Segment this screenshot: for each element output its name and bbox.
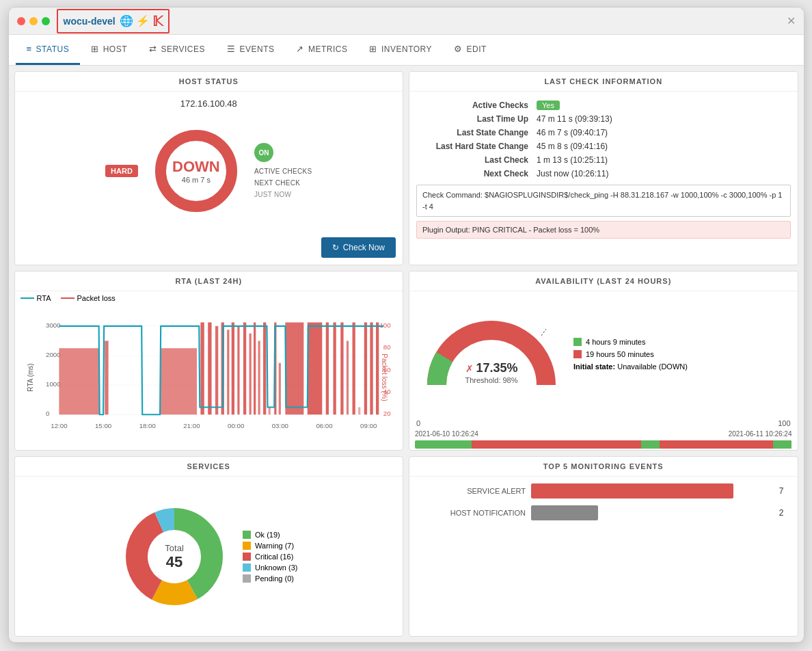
down-duration-text: 46 m 7 s bbox=[172, 176, 220, 184]
svg-text:0: 0 bbox=[46, 410, 50, 417]
main-content: HOST STATUS 172.16.100.48 HARD DOWN 46 m… bbox=[9, 66, 804, 642]
svg-rect-32 bbox=[263, 322, 266, 414]
nav-events[interactable]: ☰ EVENTS bbox=[216, 35, 286, 65]
last-check-row-value: 45 m 8 s (09:41:16) bbox=[532, 140, 791, 153]
svg-rect-26 bbox=[231, 322, 234, 414]
last-check-row-label: Last Time Up bbox=[416, 112, 532, 126]
app-title: wocu-devel bbox=[64, 16, 116, 27]
donut-container: DOWN 46 m 7 s bbox=[152, 127, 241, 215]
svg-rect-41 bbox=[346, 341, 348, 414]
active-checks-label: ACTIVE CHECKS bbox=[254, 168, 312, 175]
next-check-value: Just now bbox=[254, 191, 312, 198]
host-status-body: 172.16.100.48 HARD DOWN 46 m 7 s bbox=[15, 92, 403, 265]
rta-legend: RTA Packet loss bbox=[15, 291, 403, 305]
yes-badge: Yes bbox=[537, 101, 560, 110]
red-square-icon bbox=[573, 350, 582, 358]
on-toggle[interactable]: ON bbox=[254, 143, 273, 162]
minimize-button[interactable] bbox=[29, 17, 38, 25]
timeline-red-1 bbox=[472, 440, 641, 449]
availability-pct: ✗ 17.35% Threshold: 98% bbox=[465, 361, 517, 385]
svg-rect-16 bbox=[59, 348, 99, 414]
svg-text:1000: 1000 bbox=[46, 380, 61, 388]
legend-packet-item: Packet loss bbox=[61, 294, 116, 302]
availability-info: 4 hours 9 minutes 19 hours 50 minutes In… bbox=[573, 338, 688, 371]
events-nav-icon: ☰ bbox=[227, 44, 236, 54]
window-close-button[interactable]: ✕ bbox=[787, 14, 796, 27]
host-status-panel: HOST STATUS 172.16.100.48 HARD DOWN 46 m… bbox=[14, 71, 404, 265]
timeline-red-2 bbox=[660, 440, 772, 449]
svg-rect-31 bbox=[258, 341, 260, 414]
host-status-title: HOST STATUS bbox=[15, 72, 403, 92]
nav-metrics[interactable]: ↗ METRICS bbox=[285, 35, 358, 65]
check-now-button[interactable]: ↻ Check Now bbox=[321, 237, 396, 258]
availability-percentage: 17.35% bbox=[476, 361, 517, 375]
svg-text:18:00: 18:00 bbox=[139, 421, 156, 429]
navbar: ≡ STATUS ⊞ HOST ⇄ SERVICES ☰ EVENTS ↗ ME… bbox=[9, 35, 804, 66]
svg-rect-44 bbox=[364, 322, 366, 414]
nav-services[interactable]: ⇄ SERVICES bbox=[138, 35, 216, 65]
last-check-row-label: Next Check bbox=[416, 167, 532, 181]
last-check-row-label: Last State Change bbox=[416, 126, 532, 140]
grid-icon: ⚡ bbox=[136, 14, 150, 27]
services-legend-item: Critical (16) bbox=[243, 553, 297, 561]
last-check-row-value: Yes bbox=[532, 98, 791, 112]
availability-timeline bbox=[415, 440, 792, 449]
availability-gauge: ✗ 17.35% Threshold: 98% bbox=[423, 317, 560, 392]
availability-legend: 4 hours 9 minutes 19 hours 50 minutes In… bbox=[573, 338, 688, 371]
svg-text:2000: 2000 bbox=[46, 351, 61, 358]
availability-dates: 2021-06-10 10:26:24 2021-06-11 10:26:24 bbox=[409, 429, 798, 439]
legend-red-item: 19 hours 50 minutes bbox=[573, 350, 688, 358]
svg-rect-17 bbox=[105, 341, 108, 414]
status-nav-icon: ≡ bbox=[27, 44, 32, 54]
nav-status[interactable]: ≡ STATUS bbox=[16, 35, 81, 65]
maximize-button[interactable] bbox=[42, 17, 50, 25]
svg-line-55 bbox=[541, 329, 546, 336]
last-check-row-value: 1 m 13 s (10:25:11) bbox=[532, 153, 791, 167]
event-count: 2 bbox=[779, 508, 784, 518]
svg-rect-39 bbox=[333, 322, 336, 414]
svg-rect-22 bbox=[208, 322, 211, 414]
services-legend: Ok (19)Warning (7)Critical (16)Unknown (… bbox=[243, 531, 297, 583]
services-body: Total 45 Ok (19)Warning (7)Critical (16)… bbox=[15, 477, 403, 636]
svg-rect-27 bbox=[237, 326, 239, 414]
nav-edit[interactable]: ⚙ EDIT bbox=[443, 35, 498, 65]
rta-svg: 3000 2000 1000 0 100 80 60 40 20 bbox=[46, 308, 400, 447]
services-total-label: Total 45 bbox=[165, 542, 183, 570]
availability-body: ✗ 17.35% Threshold: 98% 4 hours 9 minute… bbox=[409, 291, 798, 418]
services-legend-color bbox=[243, 563, 251, 572]
availability-panel: AVAILABILITY (LAST 24 HOURS) bbox=[409, 271, 798, 451]
event-bar bbox=[531, 483, 733, 499]
services-legend-item: Unknown (3) bbox=[243, 563, 297, 572]
hard-badge: HARD bbox=[105, 165, 138, 177]
last-check-row-value: 47 m 11 s (09:39:13) bbox=[532, 112, 791, 126]
legend-rta-item: RTA bbox=[21, 294, 51, 302]
services-donut: Total 45 bbox=[120, 502, 229, 611]
svg-text:80: 80 bbox=[383, 343, 390, 351]
availability-scale: 0 100 bbox=[409, 418, 798, 429]
svg-text:03:00: 03:00 bbox=[271, 421, 288, 429]
metrics-nav-icon: ↗ bbox=[296, 44, 304, 54]
svg-rect-21 bbox=[200, 322, 204, 414]
services-nav-icon: ⇄ bbox=[149, 44, 157, 54]
titlebar: wocu-devel 🌐 ⚡ 𝕂 ✕ bbox=[9, 8, 804, 35]
services-legend-color bbox=[243, 553, 251, 561]
availability-title: AVAILABILITY (LAST 24 HOURS) bbox=[409, 271, 798, 291]
globe-icon: 🌐 bbox=[120, 14, 133, 27]
events-body: SERVICE ALERT 7 HOST NOTIFICATION 2 bbox=[409, 477, 798, 636]
last-check-table: Active ChecksYesLast Time Up47 m 11 s (0… bbox=[416, 98, 791, 181]
rta-panel: RTA (LAST 24H) RTA Packet loss RTA (ms) … bbox=[14, 271, 404, 451]
y-axis-label: RTA (ms) bbox=[27, 363, 34, 391]
donut-label: DOWN 46 m 7 s bbox=[172, 158, 220, 184]
nav-host[interactable]: ⊞ HOST bbox=[80, 35, 138, 65]
refresh-icon: ↻ bbox=[332, 243, 339, 252]
nav-inventory[interactable]: ⊞ INVENTORY bbox=[358, 35, 443, 65]
timeline-green-2 bbox=[641, 440, 660, 449]
last-check-row-label: Last Hard State Change bbox=[416, 140, 532, 153]
svg-rect-35 bbox=[278, 362, 280, 414]
last-check-row-value: 46 m 7 s (09:40:17) bbox=[532, 126, 791, 140]
services-legend-item: Ok (19) bbox=[243, 531, 297, 539]
close-button[interactable] bbox=[17, 17, 25, 25]
down-status-text: DOWN bbox=[172, 158, 220, 176]
svg-rect-42 bbox=[352, 322, 355, 414]
event-bar-wrap bbox=[531, 483, 770, 499]
